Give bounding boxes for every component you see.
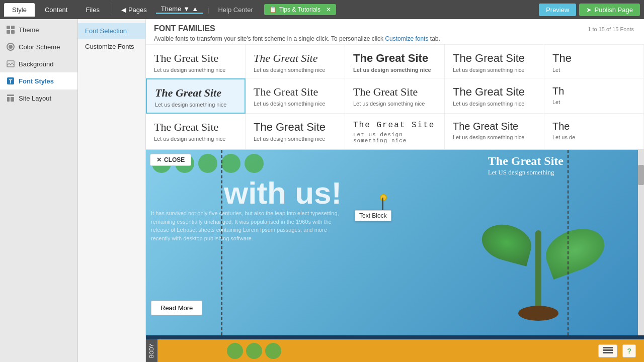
publish-button[interactable]: ➤ Publish Page bbox=[579, 4, 640, 16]
font-name-6: The Great Site bbox=[155, 86, 236, 100]
font-icon: T bbox=[6, 76, 15, 85]
font-cell-4[interactable]: The Great Site Let us design something n… bbox=[445, 45, 544, 78]
publish-label: Publish Page bbox=[594, 6, 633, 14]
font-cell-11[interactable]: The Great Site Let us design something n… bbox=[146, 114, 246, 149]
svg-rect-10 bbox=[7, 97, 10, 102]
theme-arrow2: ▲ bbox=[192, 5, 198, 13]
help-center-link[interactable]: Help Center bbox=[213, 6, 258, 14]
circle-4 bbox=[221, 154, 240, 173]
font-cell-8[interactable]: The Great Site Let us design something n… bbox=[345, 78, 445, 114]
font-tagline-2: Let us design something nice bbox=[254, 67, 337, 73]
scrollbar-thumb[interactable] bbox=[638, 165, 644, 185]
hero-section: The Great Site Let US design something w… bbox=[146, 150, 644, 335]
pages-label: Pages bbox=[128, 6, 147, 14]
svg-rect-13 bbox=[603, 349, 613, 351]
font-cell-9[interactable]: The Great Site Let us design something n… bbox=[445, 78, 544, 114]
sidebar-item-color-scheme[interactable]: Color Scheme bbox=[0, 38, 77, 55]
sub-item-font-selection[interactable]: Font Selection bbox=[78, 23, 145, 39]
font-tagline-7: Let us design something nice bbox=[254, 101, 337, 107]
font-cell-15[interactable]: The Let us de bbox=[544, 114, 644, 149]
tips-icon: 📋 bbox=[269, 6, 277, 13]
svg-rect-1 bbox=[11, 26, 15, 29]
nav-separator: | bbox=[205, 6, 211, 14]
publish-icon: ➤ bbox=[586, 6, 592, 14]
plant-leaf-2 bbox=[478, 219, 536, 266]
font-cell-5[interactable]: The Let bbox=[544, 45, 644, 78]
font-cell-13[interactable]: The Great Site Let us design something n… bbox=[345, 114, 445, 149]
font-cell-1[interactable]: The Great Site Let us design something n… bbox=[146, 45, 246, 78]
tab-files[interactable]: Files bbox=[77, 3, 107, 17]
font-cell-3[interactable]: The Great Site Let us design something n… bbox=[345, 45, 445, 78]
customize-fonts-link[interactable]: Customize fonts bbox=[385, 35, 428, 42]
font-name-3: The Great Site bbox=[353, 52, 436, 65]
text-cursor bbox=[382, 198, 383, 212]
tab-style[interactable]: Style bbox=[4, 3, 35, 17]
read-more-button[interactable]: Read More bbox=[151, 301, 202, 315]
footer-dark-strip bbox=[146, 335, 644, 339]
body-label: BODY bbox=[146, 339, 157, 362]
font-name-4: The Great Site bbox=[453, 52, 536, 65]
svg-rect-14 bbox=[603, 352, 613, 353]
tips-tutorials-button[interactable]: 📋 Tips & Tutorials ✕ bbox=[264, 4, 336, 15]
preview-button[interactable]: Preview bbox=[539, 4, 576, 16]
theme-arrow: ▼ bbox=[183, 5, 190, 13]
font-name-7: The Great Site bbox=[254, 85, 337, 99]
sidebar-color-label: Color Scheme bbox=[19, 43, 60, 51]
close-button[interactable]: ✕ CLOSE bbox=[150, 154, 191, 166]
pages-dropdown[interactable]: ◀ Pages bbox=[116, 6, 154, 14]
svg-point-5 bbox=[9, 45, 13, 49]
sidebar-item-font-styles[interactable]: T Font Styles bbox=[0, 72, 77, 89]
tab-content[interactable]: Content bbox=[37, 3, 76, 17]
sidebar-item-theme[interactable]: Theme bbox=[0, 21, 77, 38]
bottom-text-icon[interactable] bbox=[598, 344, 617, 357]
separator bbox=[112, 4, 112, 16]
tips-close-icon[interactable]: ✕ bbox=[326, 6, 331, 13]
sidebar-theme-label: Theme bbox=[19, 26, 39, 34]
sidebar-item-background[interactable]: Background bbox=[0, 55, 77, 72]
svg-rect-3 bbox=[11, 30, 15, 34]
text-block-tooltip: Text Block bbox=[355, 210, 391, 221]
font-tagline-8: Let us design something nice bbox=[353, 101, 436, 107]
sidebar-bg-label: Background bbox=[19, 60, 53, 68]
font-tagline-14: Let us design something nice bbox=[453, 134, 536, 140]
layout-icon bbox=[6, 94, 15, 103]
preview-body-copy[interactable]: It has survived not only five centuries,… bbox=[151, 209, 342, 242]
sub-sidebar: Font Selection Customize Fonts bbox=[78, 19, 146, 362]
font-cell-6[interactable]: The Great Site Let us design something n… bbox=[146, 78, 246, 114]
font-name-9: The Great Site bbox=[453, 85, 536, 99]
font-cell-10[interactable]: Th Let bbox=[544, 78, 644, 114]
sidebar-layout-label: Site Layout bbox=[19, 95, 51, 102]
pages-arrow-left: ◀ bbox=[121, 6, 126, 14]
font-families-title: FONT FAMILIES bbox=[154, 24, 636, 33]
bottom-bar: BODY ? bbox=[146, 339, 644, 362]
font-tagline-13: Let us design something nice bbox=[353, 132, 436, 144]
main-layout: Theme Color Scheme Background bbox=[0, 19, 644, 362]
preview-area: ✕ CLOSE The Great Site Let US design som… bbox=[146, 150, 644, 335]
theme-dropdown[interactable]: Theme ▼ ▲ bbox=[156, 5, 203, 14]
font-tagline-6: Let us design something nice bbox=[155, 102, 236, 108]
font-cell-7[interactable]: The Great Site Let us design something n… bbox=[246, 78, 345, 114]
svg-rect-0 bbox=[7, 26, 10, 29]
bottom-help-icon-btn[interactable]: ? bbox=[622, 344, 636, 357]
svg-rect-9 bbox=[7, 95, 14, 96]
sub-item-customize-fonts[interactable]: Customize Fonts bbox=[78, 39, 145, 54]
selection-right-border bbox=[568, 150, 569, 335]
font-cell-2[interactable]: The Great Site Let us design something n… bbox=[246, 45, 345, 78]
grid-icon bbox=[6, 25, 15, 34]
circle-3 bbox=[198, 154, 217, 173]
sidebar-font-label: Font Styles bbox=[19, 77, 54, 85]
font-families-header: FONT FAMILIES Avaible fonts to transform… bbox=[146, 19, 644, 45]
font-name-14: The Great Site bbox=[453, 121, 536, 132]
bottom-circle-2 bbox=[246, 343, 262, 359]
font-tagline-12: Let us design something nice bbox=[254, 136, 337, 142]
font-tagline-4: Let us design something nice bbox=[453, 67, 536, 73]
text-lines-icon bbox=[603, 347, 613, 355]
bottom-circle-1 bbox=[227, 343, 243, 359]
font-name-13: The Great Site bbox=[353, 121, 436, 130]
image-icon bbox=[6, 59, 15, 68]
font-cell-12[interactable]: The Great Site Let us design something n… bbox=[246, 114, 345, 149]
font-cell-14[interactable]: The Great Site Let us design something n… bbox=[445, 114, 544, 149]
sidebar-item-layout[interactable]: Site Layout bbox=[0, 89, 77, 107]
panel-scrollbar[interactable] bbox=[638, 150, 644, 335]
hero-with-us-text[interactable]: with us! bbox=[224, 175, 342, 211]
